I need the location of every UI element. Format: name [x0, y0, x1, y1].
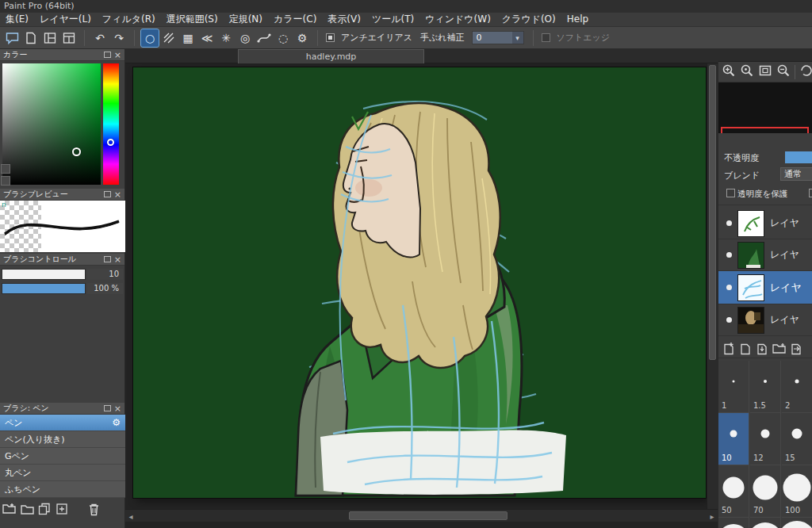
vertical-scroll-thumb[interactable] [709, 65, 716, 360]
antialias-checkbox[interactable] [326, 33, 335, 42]
redo-button[interactable]: ↷ [110, 29, 128, 47]
brush-size-cell[interactable] [782, 518, 812, 528]
scroll-left-arrow-icon[interactable]: ◂ [125, 510, 136, 522]
brush-item-gpen[interactable]: Gペン [0, 448, 125, 465]
radial-snap-icon[interactable]: ✳ [217, 29, 235, 47]
layer-visibility-icon[interactable] [726, 285, 732, 290]
menu-item-cloud[interactable]: クラウド(O) [496, 13, 561, 26]
layer-thumbnail[interactable] [737, 242, 764, 269]
brush-item-round-pen[interactable]: 丸ペン [0, 465, 125, 481]
brush-size-value[interactable]: 10 [87, 269, 123, 280]
panel-float-icon[interactable] [104, 52, 111, 58]
canvas-horizontal-scrollbar[interactable]: ◂ ▸ [125, 509, 718, 522]
brush-size-cell[interactable]: 50 [718, 465, 749, 518]
panel-close-icon[interactable]: × [114, 255, 121, 264]
rotate-view-icon[interactable] [799, 63, 812, 80]
brush-size-cell[interactable]: 70 [750, 465, 781, 518]
fit-window-icon[interactable] [758, 63, 772, 80]
brush-item-pen-taper[interactable]: ペン(入り抜き) [0, 431, 125, 448]
comment-tool-icon[interactable] [3, 29, 21, 47]
layer-row-selected[interactable]: レイヤ [718, 271, 812, 304]
vanishing-point-snap-icon[interactable]: ≪ [198, 29, 216, 47]
undo-button[interactable]: ↶ [91, 29, 109, 47]
brush-folder-icon[interactable] [19, 501, 35, 517]
layer-row[interactable]: レイヤ [718, 304, 812, 336]
canvas-vertical-scrollbar[interactable] [707, 63, 718, 509]
zoom-in-icon[interactable] [722, 63, 736, 80]
hue-picker-ring[interactable] [107, 139, 114, 146]
brush-size-cell[interactable] [718, 518, 749, 528]
layer-folder-icon[interactable] [772, 342, 786, 357]
snap-settings-gear-icon[interactable]: ⚙ [293, 29, 311, 47]
brush-item-pen[interactable]: ペン ⚙ [0, 415, 125, 431]
brush-size-cell[interactable]: 15 [782, 413, 812, 465]
transfer-layer-icon[interactable] [790, 342, 802, 358]
navigator-viewport-rect[interactable] [721, 127, 809, 133]
brush-size-cell[interactable]: 12 [750, 413, 781, 465]
canvas[interactable] [133, 67, 706, 498]
panel-close-icon[interactable]: × [114, 51, 121, 59]
color-mode-icon[interactable] [1, 164, 10, 174]
navigator-preview[interactable] [718, 82, 812, 133]
protect-alpha-checkbox[interactable] [726, 189, 735, 197]
panel-close-icon[interactable]: × [114, 404, 121, 413]
zoom-actual-icon[interactable] [740, 63, 754, 80]
saturation-value-square[interactable] [2, 63, 101, 185]
brush-size-slider[interactable] [2, 269, 86, 280]
menu-item-color[interactable]: カラー(C) [268, 13, 322, 26]
layer-row[interactable]: レイヤ [718, 239, 812, 271]
brush-size-cell[interactable] [750, 518, 781, 528]
color-picker-ring[interactable] [72, 147, 81, 156]
zoom-out-icon[interactable] [776, 63, 791, 80]
concentric-snap-icon[interactable]: ◎ [236, 29, 254, 47]
brush-opacity-value[interactable]: 100 % [87, 283, 123, 294]
menu-item-view[interactable]: 表示(V) [322, 13, 366, 26]
brush-size-cell[interactable]: 100 [782, 465, 812, 518]
curve-snap-icon[interactable] [255, 29, 273, 47]
menu-item-layer[interactable]: レイヤー(L) [34, 13, 97, 26]
color-swatch-icon[interactable] [1, 176, 10, 186]
layout-columns-icon[interactable] [41, 29, 59, 47]
layer-visibility-icon[interactable] [726, 252, 732, 258]
brush-size-cell[interactable]: 2 [782, 361, 812, 413]
menu-item-help[interactable]: Help [561, 13, 594, 26]
parallel-snap-icon[interactable] [160, 29, 178, 47]
menu-item-filter[interactable]: フィルタ(R) [97, 13, 161, 26]
copy-brush-icon[interactable] [54, 501, 70, 517]
layer-visibility-icon[interactable] [726, 220, 732, 226]
new-layer-icon[interactable] [722, 342, 735, 358]
layer-thumbnail[interactable] [737, 274, 764, 301]
snap-off-tool-icon[interactable]: ○ [141, 29, 159, 47]
soft-edge-checkbox[interactable] [542, 33, 550, 42]
brush-opacity-slider[interactable] [2, 283, 86, 294]
add-brush-folder-icon[interactable] [2, 501, 17, 517]
grid-snap-icon[interactable]: ▦ [179, 29, 197, 47]
brush-size-cell-selected[interactable]: 10 [718, 413, 749, 465]
brush-size-cell[interactable]: 1 [718, 361, 749, 413]
menu-item-select[interactable]: 選択範囲(S) [161, 13, 224, 26]
new-page-icon[interactable] [22, 29, 40, 47]
brush-item-edge-pen[interactable]: ふちペン [0, 481, 125, 498]
layer-thumbnail[interactable] [737, 210, 764, 237]
brush-size-cell[interactable]: 1.5 [750, 361, 781, 413]
panel-grid-icon[interactable] [60, 29, 78, 47]
brush-settings-gear-icon[interactable]: ⚙ [112, 417, 121, 428]
menu-item-edit[interactable]: 集(E) [0, 13, 34, 26]
stabilizer-dropdown[interactable]: 0 ▾ [472, 31, 524, 44]
delete-brush-trash-icon[interactable] [86, 501, 102, 517]
layer-row[interactable]: レイヤ [718, 208, 812, 239]
menu-item-window[interactable]: ウィンドウ(W) [419, 13, 496, 26]
blend-mode-dropdown[interactable]: 通常 [780, 167, 812, 181]
clipping-checkbox[interactable] [809, 189, 812, 197]
duplicate-layer-icon[interactable] [739, 342, 752, 358]
menu-item-tool[interactable]: ツール(T) [366, 13, 419, 26]
panel-float-icon[interactable] [104, 256, 111, 262]
horizontal-scroll-thumb[interactable] [349, 511, 508, 520]
layer-visibility-icon[interactable] [726, 317, 732, 323]
scroll-right-arrow-icon[interactable]: ▸ [707, 510, 718, 522]
panel-close-icon[interactable]: × [114, 190, 121, 199]
menu-item-ruler[interactable]: 定規(N) [224, 13, 268, 26]
layer-thumbnail[interactable] [737, 307, 764, 334]
panel-float-icon[interactable] [104, 405, 111, 411]
layer-opacity-slider[interactable] [785, 151, 812, 163]
